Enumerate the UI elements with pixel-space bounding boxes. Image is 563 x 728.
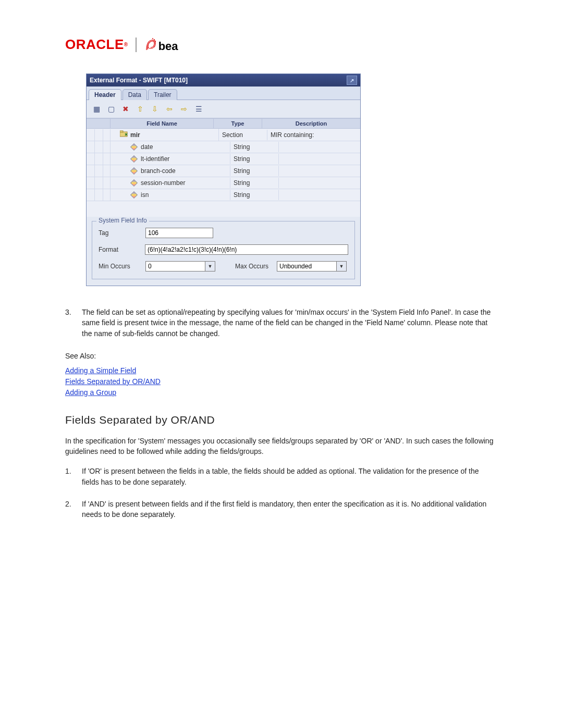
cell-name: branch-code bbox=[141, 167, 176, 175]
grid-header: Field Name Type Description bbox=[87, 118, 360, 129]
cell-type: String bbox=[230, 166, 279, 176]
cell-name: lt-identifier bbox=[141, 155, 169, 163]
grid-body: mir Section MIR containing: date String … bbox=[87, 129, 360, 217]
list-text: If 'OR' is present between the fields in… bbox=[82, 466, 495, 487]
oracle-logo: ORACLE® bbox=[65, 36, 128, 53]
grid-empty-area bbox=[87, 201, 360, 217]
tab-data[interactable]: Data bbox=[123, 89, 147, 100]
titlebar-action-icon[interactable]: ↗ bbox=[347, 76, 357, 85]
list-item-1: 1. If 'OR' is present between the fields… bbox=[65, 466, 495, 487]
step-3: 3. The field can be set as optional/repe… bbox=[65, 307, 495, 339]
link-fields-separated[interactable]: Fields Separated by OR/AND bbox=[65, 376, 161, 387]
cell-desc bbox=[279, 157, 360, 161]
external-format-panel: External Format - SWIFT [MT010] ↗ Header… bbox=[86, 73, 361, 286]
panel-titlebar: External Format - SWIFT [MT010] ↗ bbox=[87, 74, 360, 87]
table-row[interactable]: mir Section MIR containing: bbox=[87, 129, 360, 141]
step-text: The field can be set as optional/repeati… bbox=[82, 307, 495, 339]
cell-type: String bbox=[230, 154, 279, 164]
svg-point-1 bbox=[154, 39, 155, 40]
format-label: Format bbox=[99, 246, 140, 253]
table-row[interactable]: lt-identifier String bbox=[87, 153, 360, 165]
step-number: 3. bbox=[65, 307, 77, 339]
min-occurs-input[interactable] bbox=[145, 261, 205, 272]
grid-icon[interactable]: ▦ bbox=[91, 103, 102, 115]
table-row[interactable]: isn String bbox=[87, 189, 360, 201]
cell-type: String bbox=[230, 142, 279, 152]
max-occurs-dropdown-icon[interactable]: ▼ bbox=[336, 261, 347, 272]
see-also-links: Adding a Simple Field Fields Separated b… bbox=[65, 365, 495, 398]
folder-icon bbox=[120, 130, 128, 139]
left-arrow-icon[interactable]: ⇦ bbox=[164, 103, 175, 115]
section-intro: In the specification for 'System' messag… bbox=[65, 436, 495, 457]
table-row[interactable]: date String bbox=[87, 141, 360, 153]
section-heading: Fields Separated by OR/AND bbox=[65, 414, 495, 426]
cell-desc: MIR containing: bbox=[267, 130, 360, 140]
up-arrow-icon[interactable]: ⇧ bbox=[134, 103, 146, 115]
svg-point-2 bbox=[155, 41, 156, 42]
diamond-icon bbox=[130, 155, 138, 163]
oracle-logo-text: ORACLE bbox=[65, 36, 124, 53]
tab-trailer[interactable]: Trailer bbox=[148, 89, 177, 100]
link-adding-simple-field[interactable]: Adding a Simple Field bbox=[65, 365, 136, 376]
cell-name: date bbox=[141, 143, 153, 151]
cell-type: Section bbox=[219, 130, 267, 140]
panel-title: External Format - SWIFT [MT010] bbox=[90, 77, 188, 84]
diamond-icon bbox=[130, 191, 138, 199]
tag-input[interactable] bbox=[145, 228, 213, 238]
cell-desc bbox=[279, 193, 360, 196]
min-occurs-dropdown-icon[interactable]: ▼ bbox=[205, 261, 215, 272]
svg-point-0 bbox=[152, 38, 153, 39]
new-icon[interactable]: ▢ bbox=[105, 103, 117, 115]
list-number: 1. bbox=[65, 466, 77, 487]
logo-row: ORACLE® bea bbox=[65, 36, 495, 53]
toolbar: ▦ ▢ ✖ ⇧ ⇩ ⇦ ⇨ ☰ bbox=[87, 100, 360, 118]
tag-label: Tag bbox=[99, 229, 140, 237]
min-occurs-label: Min Occurs bbox=[99, 263, 140, 270]
cell-desc bbox=[279, 181, 360, 184]
link-adding-group[interactable]: Adding a Group bbox=[65, 387, 116, 398]
diamond-icon bbox=[130, 167, 138, 175]
cell-type: String bbox=[230, 178, 279, 188]
col-header-name: Field Name bbox=[111, 119, 214, 128]
see-also-label: See Also: bbox=[65, 352, 495, 360]
cell-name: mir bbox=[130, 131, 140, 139]
cell-desc bbox=[279, 169, 360, 172]
diamond-icon bbox=[130, 143, 138, 151]
list-number: 2. bbox=[65, 499, 77, 520]
bea-logo: bea bbox=[144, 37, 178, 53]
cell-name: isn bbox=[141, 191, 149, 199]
bea-swirl-icon bbox=[144, 37, 157, 53]
fieldset-legend: System Field Info bbox=[96, 217, 149, 224]
table-row[interactable]: session-number String bbox=[87, 177, 360, 189]
max-occurs-input[interactable] bbox=[277, 261, 337, 272]
diamond-icon bbox=[130, 179, 138, 187]
format-input[interactable] bbox=[145, 244, 348, 255]
right-arrow-icon[interactable]: ⇨ bbox=[178, 103, 190, 115]
svg-rect-4 bbox=[120, 131, 123, 132]
delete-icon[interactable]: ✖ bbox=[120, 103, 131, 115]
col-header-desc: Description bbox=[262, 119, 360, 128]
down-arrow-icon[interactable]: ⇩ bbox=[149, 103, 161, 115]
logo-separator bbox=[136, 38, 137, 52]
cell-desc bbox=[279, 145, 360, 149]
col-header-type: Type bbox=[214, 119, 262, 128]
list-item-2: 2. If 'AND' is present between fields an… bbox=[65, 499, 495, 520]
system-field-info-panel: System Field Info Tag Format Min Occurs … bbox=[92, 221, 355, 279]
tab-header[interactable]: Header bbox=[89, 89, 121, 100]
oracle-reg: ® bbox=[124, 42, 128, 47]
cell-name: session-number bbox=[141, 179, 185, 187]
list-text: If 'AND' is present between fields and i… bbox=[82, 499, 495, 520]
cell-type: String bbox=[230, 190, 279, 200]
properties-icon[interactable]: ☰ bbox=[193, 103, 204, 115]
tab-row: Header Data Trailer bbox=[87, 87, 360, 100]
max-occurs-label: Max Occurs bbox=[235, 263, 268, 270]
bea-logo-text: bea bbox=[158, 41, 178, 52]
table-row[interactable]: branch-code String bbox=[87, 165, 360, 177]
